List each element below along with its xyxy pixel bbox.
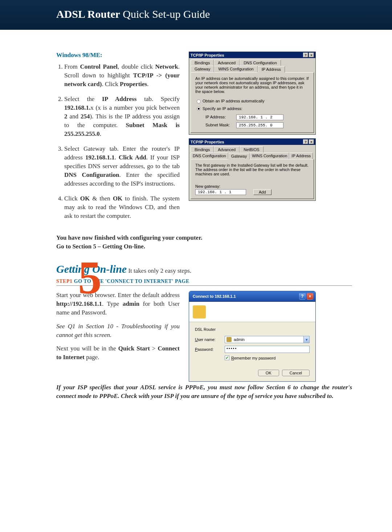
new-gateway-label: New gateway: [195, 184, 309, 188]
step1-label: STEP1 [56, 279, 73, 284]
radio-obtain-auto[interactable] [197, 100, 201, 103]
remember-label: Remember my password [231, 356, 275, 360]
connect-dialog: Connect to 192.168.1.1 ? × DSL Router Us… [189, 291, 316, 382]
page-content: Windows 98/ME: From Control Panel, doubl… [0, 30, 392, 417]
new-gateway-field[interactable]: 192.168. 1 . 1 [195, 189, 246, 195]
subnet-mask-label: Subnet Mask: [205, 123, 235, 127]
tab-advanced[interactable]: Advanced [214, 60, 240, 66]
step-3: Select Gateway tab. Enter the router's I… [64, 145, 180, 188]
tab-ip-address[interactable]: IP Address [289, 153, 313, 159]
tab-dns-config[interactable]: DNS Configuration [240, 60, 281, 66]
user-icon [226, 337, 232, 342]
sec5-p2: See Q1 in Section 10 - Troubleshooting i… [56, 322, 180, 340]
tab-ip-address[interactable]: IP Address [258, 66, 285, 73]
ip-address-label: IP Address: [205, 115, 235, 119]
close-icon[interactable]: × [309, 53, 314, 57]
header-rest: Quick Set-up Guide [120, 8, 210, 20]
help-icon[interactable]: ? [303, 53, 308, 57]
help-icon[interactable]: ? [299, 293, 306, 300]
tab-gateway[interactable]: Gateway [191, 66, 214, 72]
chevron-down-icon[interactable]: ▾ [303, 336, 309, 343]
radio-specify[interactable] [197, 107, 201, 111]
win98-section-label: Windows 98/ME: [56, 52, 180, 59]
page-header: ADSL Router Quick Set-up Guide [0, 0, 392, 30]
connect-banner [189, 302, 315, 322]
tcpip-gateway-dialog: TCP/IP Properties ? × Bindings Advanced … [189, 138, 316, 201]
ip-address-field[interactable]: 192.168. 1 . 2 [236, 114, 283, 120]
step-4: Click OK & then OK to finish. The system… [64, 194, 180, 220]
win98-steps: From Control Panel, double click Network… [56, 62, 180, 220]
dialog1-title: TCP/IP Properties [191, 53, 224, 57]
section-number-5: 5 [78, 259, 102, 296]
password-label: Password: [195, 347, 225, 352]
tab-bindings[interactable]: Bindings [191, 146, 214, 153]
section5-subtitle: It takes only 2 easy steps. [128, 267, 191, 274]
step-2: Select the IP Address tab. Specify 192.1… [64, 95, 180, 138]
tab-advanced[interactable]: Advanced [214, 146, 240, 153]
sec5-p3: Next you will be in the Quick Start > Co… [56, 344, 180, 362]
remember-checkbox[interactable]: ✔ [225, 356, 229, 360]
connect-dialog-title: Connect to 192.168.1.1 [193, 294, 236, 299]
tab-gateway[interactable]: Gateway [228, 153, 250, 159]
add-button[interactable]: Add [253, 189, 271, 195]
sec5-p4: If your ISP specifies that your ADSL ser… [56, 383, 352, 401]
subnet-mask-field[interactable]: 255.255.255. 0 [236, 122, 283, 128]
close-icon[interactable]: × [309, 139, 314, 144]
finished-note: You have now finished with configuring y… [56, 233, 352, 251]
header-bold: ADSL Router [56, 8, 120, 20]
tab-netbios[interactable]: NetBIOS [240, 146, 263, 153]
help-icon[interactable]: ? [303, 139, 308, 144]
close-icon[interactable]: × [307, 293, 313, 300]
dialog2-title: TCP/IP Properties [191, 140, 224, 144]
ok-button[interactable]: OK [258, 370, 279, 376]
dialog1-titlebar: TCP/IP Properties ? × [189, 52, 315, 58]
tab-wins[interactable]: WINS Configuration [250, 153, 289, 159]
dialog1-body-text: An IP address can be automatically assig… [195, 76, 309, 94]
tab-bindings[interactable]: Bindings [191, 60, 214, 66]
keys-icon [193, 305, 206, 318]
password-field[interactable]: ••••• [225, 346, 310, 353]
dialog2-titlebar: TCP/IP Properties ? × [189, 139, 315, 145]
tab-wins[interactable]: WINS Configuration [214, 66, 257, 72]
cancel-button[interactable]: Cancel [282, 370, 310, 376]
username-field[interactable]: admin ▾ [225, 336, 310, 343]
tab-dns-config[interactable]: DNS Configuration [191, 153, 228, 159]
dialog2-body-text: The first gateway in the Installed Gatew… [195, 163, 309, 176]
username-label: User name: [195, 337, 225, 342]
tcpip-ipaddress-dialog: TCP/IP Properties ? × Bindings Advanced … [189, 52, 316, 135]
sec5-p1: Start your web browser. Enter the defaul… [56, 291, 180, 317]
realm-label: DSL Router [195, 327, 310, 332]
step-1: From Control Panel, double click Network… [64, 62, 180, 88]
